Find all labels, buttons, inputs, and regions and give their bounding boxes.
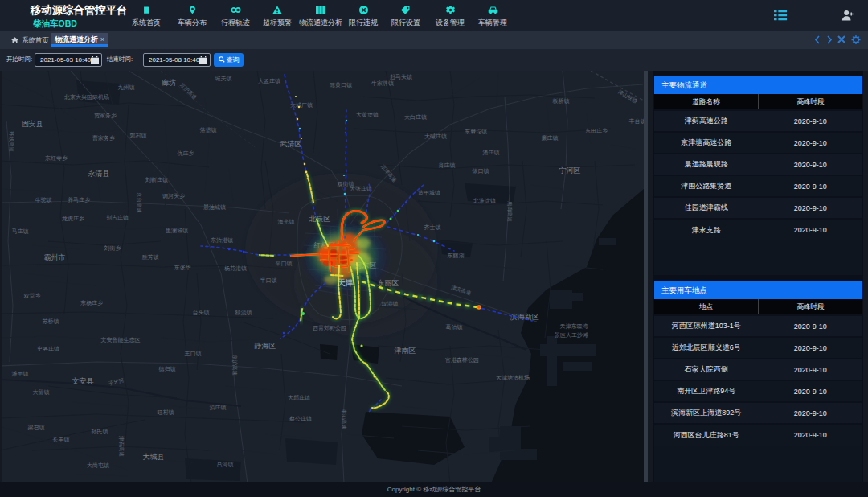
svg-text:西青郊野公园: 西青郊野公园 xyxy=(313,325,346,331)
svg-text:马庄镇: 马庄镇 xyxy=(12,228,29,235)
svg-text:养马庄乡: 养马庄乡 xyxy=(68,197,90,203)
svg-text:东红寺乡: 东红寺乡 xyxy=(45,155,68,162)
svg-text:龙虎庄乡: 龙虎庄乡 xyxy=(62,216,84,222)
svg-text:津南区: 津南区 xyxy=(395,347,416,355)
svg-text:大城县: 大城县 xyxy=(143,453,165,461)
svg-text:贾家务乡: 贾家务乡 xyxy=(94,113,117,119)
svg-text:文安鲁能生态区: 文安鲁能生态区 xyxy=(101,336,141,343)
svg-text:东棘坨镇: 东棘坨镇 xyxy=(465,129,487,135)
svg-text:牛家牌镇: 牛家牌镇 xyxy=(371,80,394,87)
svg-text:落垡镇: 落垡镇 xyxy=(200,127,217,133)
svg-text:里澜城镇: 里澜城镇 xyxy=(166,228,188,234)
svg-text:齐士镇: 齐士镇 xyxy=(424,224,441,231)
svg-text:王口镇: 王口镇 xyxy=(185,351,202,357)
svg-text:京沪高速: 京沪高速 xyxy=(231,355,238,376)
svg-text:俵口镇: 俵口镇 xyxy=(473,168,489,175)
svg-text:牛驼镇: 牛驼镇 xyxy=(35,197,52,203)
svg-text:景区人工沙滩: 景区人工沙滩 xyxy=(555,332,588,339)
svg-text:史各庄镇: 史各庄镇 xyxy=(37,346,59,352)
svg-text:双港镇: 双港镇 xyxy=(382,301,399,307)
svg-text:津汕高速: 津汕高速 xyxy=(341,409,347,429)
svg-text:津石高速: 津石高速 xyxy=(118,436,125,457)
svg-text:杨芬港镇: 杨芬港镇 xyxy=(223,265,247,272)
svg-text:环线高速: 环线高速 xyxy=(9,131,14,152)
svg-text:沿庄镇: 沿庄镇 xyxy=(210,405,227,411)
svg-text:霸州市: 霸州市 xyxy=(44,253,66,261)
svg-text:郭村镇: 郭村镇 xyxy=(130,133,147,139)
svg-text:板桥镇: 板桥镇 xyxy=(552,98,570,105)
svg-text:胜芳镇: 胜芳镇 xyxy=(142,254,159,261)
svg-text:天津东疆湾: 天津东疆湾 xyxy=(560,323,588,330)
svg-text:廊坊: 廊坊 xyxy=(162,79,176,87)
svg-text:京台高速: 京台高速 xyxy=(136,192,142,213)
svg-text:赶马头镇: 赶马头镇 xyxy=(390,74,412,80)
svg-text:刘街乡: 刘街乡 xyxy=(104,245,121,252)
svg-text:永清县: 永清县 xyxy=(88,170,110,178)
svg-text:长丰镇: 长丰镇 xyxy=(53,437,70,443)
svg-text:大邱庄镇: 大邱庄镇 xyxy=(288,395,310,401)
svg-text:东张华: 东张华 xyxy=(174,265,191,271)
svg-text:丰台镇: 丰台镇 xyxy=(629,118,645,125)
svg-text:刘靳庄镇: 刘靳庄镇 xyxy=(145,177,168,183)
svg-text:吕河镇: 吕河镇 xyxy=(217,462,234,468)
svg-text:双堂乡: 双堂乡 xyxy=(24,293,41,299)
svg-text:旺村镇: 旺村镇 xyxy=(158,409,174,416)
svg-text:晨油城镇: 晨油城镇 xyxy=(203,204,226,211)
svg-text:苏桥镇: 苏桥镇 xyxy=(43,318,59,325)
svg-text:海光镇: 海光镇 xyxy=(278,219,295,225)
svg-text:东丽湖: 东丽湖 xyxy=(448,253,465,259)
svg-text:曹家务乡: 曹家务乡 xyxy=(92,135,115,142)
svg-text:固安县: 固安县 xyxy=(22,120,43,128)
svg-text:孙氏镇: 孙氏镇 xyxy=(92,429,108,435)
svg-text:滩里镇: 滩里镇 xyxy=(12,371,29,377)
svg-text:东丽区: 东丽区 xyxy=(377,279,399,287)
svg-text:大张庄镇: 大张庄镇 xyxy=(350,186,372,192)
svg-text:大孟庄镇: 大孟庄镇 xyxy=(258,78,280,84)
svg-text:北京大兴国际机场: 北京大兴国际机场 xyxy=(64,94,109,101)
svg-text:梁召镇: 梁召镇 xyxy=(28,424,45,431)
svg-text:葛沽镇: 葛沽镇 xyxy=(446,324,463,331)
svg-text:德归镇: 德归镇 xyxy=(159,366,176,372)
svg-text:唐廊高速: 唐廊高速 xyxy=(506,201,513,222)
svg-text:别古庄镇: 别古庄镇 xyxy=(106,215,129,221)
svg-text:仇庄乡: 仇庄乡 xyxy=(178,150,194,157)
svg-text:台头镇: 台头镇 xyxy=(193,310,210,316)
svg-text:北辰区: 北辰区 xyxy=(309,215,331,223)
svg-text:北淮淀镇: 北淮淀镇 xyxy=(473,198,496,204)
svg-text:独流镇: 独流镇 xyxy=(235,310,252,316)
svg-text:潘庄镇: 潘庄镇 xyxy=(483,150,500,156)
svg-text:天津塘沽机场: 天津塘沽机场 xyxy=(496,375,530,381)
svg-text:廉庄镇: 廉庄镇 xyxy=(542,135,559,142)
svg-text:大黄堡镇: 大黄堡镇 xyxy=(356,112,379,118)
svg-text:文安县: 文安县 xyxy=(72,377,94,385)
svg-text:宁河区: 宁河区 xyxy=(559,166,581,175)
svg-text:造甲城镇: 造甲城镇 xyxy=(418,190,440,196)
svg-text:大白庄镇: 大白庄镇 xyxy=(404,114,427,121)
svg-text:东沽港镇: 东沽港镇 xyxy=(211,237,233,244)
svg-text:东田庄乡: 东田庄乡 xyxy=(585,128,608,134)
svg-text:东杨庄乡: 东杨庄乡 xyxy=(80,300,103,306)
svg-text:大碱庄镇: 大碱庄镇 xyxy=(424,133,447,140)
svg-text:城关镇: 城关镇 xyxy=(215,75,232,82)
svg-text:陈黄口镇: 陈黄口镇 xyxy=(330,82,352,88)
svg-text:调河头乡: 调河头乡 xyxy=(162,193,185,199)
svg-text:大尚屯镇: 大尚屯镇 xyxy=(87,462,109,469)
svg-text:辛口镇: 辛口镇 xyxy=(276,261,293,267)
svg-text:九州镇: 九州镇 xyxy=(118,84,135,91)
svg-text:半口镇: 半口镇 xyxy=(260,277,277,284)
svg-text:肖庄镇: 肖庄镇 xyxy=(439,162,456,169)
svg-text:官港森林公园: 官港森林公园 xyxy=(445,357,479,364)
svg-text:武清区: 武清区 xyxy=(280,140,302,148)
svg-text:静海区: 静海区 xyxy=(254,342,276,350)
svg-text:大留镇: 大留镇 xyxy=(33,389,50,396)
svg-text:蔡公庄镇: 蔡公庄镇 xyxy=(289,416,312,422)
